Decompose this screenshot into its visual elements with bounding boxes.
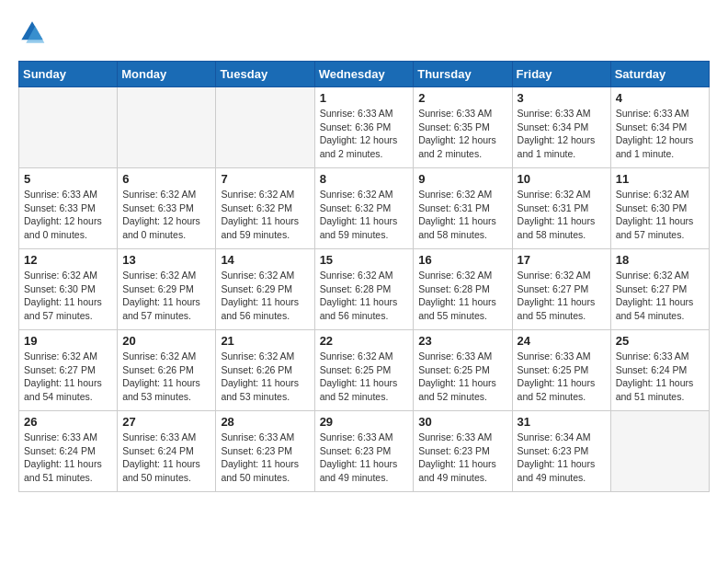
calendar-cell: 24Sunrise: 6:33 AM Sunset: 6:25 PM Dayli… — [512, 330, 610, 411]
day-info: Sunrise: 6:32 AM Sunset: 6:27 PM Dayligh… — [518, 269, 606, 323]
calendar-cell: 16Sunrise: 6:32 AM Sunset: 6:28 PM Dayli… — [414, 249, 512, 330]
calendar-cell: 13Sunrise: 6:32 AM Sunset: 6:29 PM Dayli… — [118, 249, 216, 330]
day-info: Sunrise: 6:33 AM Sunset: 6:24 PM Dayligh… — [122, 431, 210, 485]
day-number: 9 — [418, 172, 506, 186]
calendar-cell: 23Sunrise: 6:33 AM Sunset: 6:25 PM Dayli… — [414, 330, 512, 411]
day-number: 19 — [24, 334, 112, 348]
calendar-cell: 1Sunrise: 6:33 AM Sunset: 6:36 PM Daylig… — [314, 87, 414, 168]
calendar-cell: 8Sunrise: 6:32 AM Sunset: 6:32 PM Daylig… — [314, 168, 414, 249]
day-number: 24 — [518, 334, 606, 348]
calendar-header-row: SundayMondayTuesdayWednesdayThursdayFrid… — [19, 62, 710, 87]
calendar-cell: 15Sunrise: 6:32 AM Sunset: 6:28 PM Dayli… — [314, 249, 414, 330]
day-number: 11 — [616, 172, 704, 186]
calendar-cell: 4Sunrise: 6:33 AM Sunset: 6:34 PM Daylig… — [610, 87, 709, 168]
calendar-cell: 7Sunrise: 6:32 AM Sunset: 6:32 PM Daylig… — [216, 168, 314, 249]
day-number: 30 — [418, 415, 506, 429]
day-info: Sunrise: 6:32 AM Sunset: 6:31 PM Dayligh… — [518, 188, 606, 242]
calendar-cell: 10Sunrise: 6:32 AM Sunset: 6:31 PM Dayli… — [512, 168, 610, 249]
weekday-header: Tuesday — [216, 62, 314, 87]
calendar-week-row: 5Sunrise: 6:33 AM Sunset: 6:33 PM Daylig… — [19, 168, 710, 249]
day-info: Sunrise: 6:33 AM Sunset: 6:23 PM Dayligh… — [221, 431, 309, 485]
weekday-header: Sunday — [19, 62, 118, 87]
day-info: Sunrise: 6:33 AM Sunset: 6:24 PM Dayligh… — [616, 350, 704, 404]
day-number: 25 — [616, 334, 704, 348]
day-number: 27 — [122, 415, 210, 429]
day-number: 4 — [616, 91, 704, 105]
day-info: Sunrise: 6:32 AM Sunset: 6:30 PM Dayligh… — [616, 188, 704, 242]
logo-icon — [18, 18, 46, 46]
day-number: 2 — [418, 91, 506, 105]
day-info: Sunrise: 6:32 AM Sunset: 6:31 PM Dayligh… — [418, 188, 506, 242]
day-info: Sunrise: 6:32 AM Sunset: 6:26 PM Dayligh… — [122, 350, 210, 404]
calendar-cell: 17Sunrise: 6:32 AM Sunset: 6:27 PM Dayli… — [512, 249, 610, 330]
day-number: 28 — [221, 415, 309, 429]
day-info: Sunrise: 6:33 AM Sunset: 6:34 PM Dayligh… — [616, 107, 704, 161]
day-info: Sunrise: 6:33 AM Sunset: 6:35 PM Dayligh… — [418, 107, 506, 161]
calendar-cell: 11Sunrise: 6:32 AM Sunset: 6:30 PM Dayli… — [610, 168, 709, 249]
logo — [18, 18, 50, 46]
day-info: Sunrise: 6:33 AM Sunset: 6:33 PM Dayligh… — [24, 188, 112, 242]
day-info: Sunrise: 6:33 AM Sunset: 6:23 PM Dayligh… — [418, 431, 506, 485]
calendar-cell: 2Sunrise: 6:33 AM Sunset: 6:35 PM Daylig… — [414, 87, 512, 168]
day-number: 20 — [122, 334, 210, 348]
calendar-cell: 5Sunrise: 6:33 AM Sunset: 6:33 PM Daylig… — [19, 168, 118, 249]
day-info: Sunrise: 6:33 AM Sunset: 6:24 PM Dayligh… — [24, 431, 112, 485]
day-number: 7 — [221, 172, 309, 186]
day-number: 21 — [221, 334, 309, 348]
day-number: 22 — [320, 334, 409, 348]
day-info: Sunrise: 6:33 AM Sunset: 6:23 PM Dayligh… — [320, 431, 409, 485]
calendar-cell: 9Sunrise: 6:32 AM Sunset: 6:31 PM Daylig… — [414, 168, 512, 249]
weekday-header: Monday — [118, 62, 216, 87]
calendar-cell: 31Sunrise: 6:34 AM Sunset: 6:23 PM Dayli… — [512, 411, 610, 492]
day-number: 10 — [518, 172, 606, 186]
calendar-cell: 22Sunrise: 6:32 AM Sunset: 6:25 PM Dayli… — [314, 330, 414, 411]
day-number: 3 — [518, 91, 606, 105]
day-info: Sunrise: 6:32 AM Sunset: 6:32 PM Dayligh… — [320, 188, 409, 242]
calendar-cell: 27Sunrise: 6:33 AM Sunset: 6:24 PM Dayli… — [118, 411, 216, 492]
calendar-week-row: 12Sunrise: 6:32 AM Sunset: 6:30 PM Dayli… — [19, 249, 710, 330]
day-info: Sunrise: 6:32 AM Sunset: 6:28 PM Dayligh… — [418, 269, 506, 323]
calendar-cell — [610, 411, 709, 492]
day-info: Sunrise: 6:33 AM Sunset: 6:25 PM Dayligh… — [418, 350, 506, 404]
day-number: 8 — [320, 172, 409, 186]
day-info: Sunrise: 6:34 AM Sunset: 6:23 PM Dayligh… — [518, 431, 606, 485]
day-info: Sunrise: 6:32 AM Sunset: 6:30 PM Dayligh… — [24, 269, 112, 323]
day-number: 16 — [418, 253, 506, 267]
calendar-table: SundayMondayTuesdayWednesdayThursdayFrid… — [18, 61, 710, 492]
calendar-cell: 20Sunrise: 6:32 AM Sunset: 6:26 PM Dayli… — [118, 330, 216, 411]
calendar-cell: 6Sunrise: 6:32 AM Sunset: 6:33 PM Daylig… — [118, 168, 216, 249]
calendar-cell: 28Sunrise: 6:33 AM Sunset: 6:23 PM Dayli… — [216, 411, 314, 492]
calendar-cell: 26Sunrise: 6:33 AM Sunset: 6:24 PM Dayli… — [19, 411, 118, 492]
day-info: Sunrise: 6:32 AM Sunset: 6:27 PM Dayligh… — [616, 269, 704, 323]
weekday-header: Friday — [512, 62, 610, 87]
day-number: 17 — [518, 253, 606, 267]
day-info: Sunrise: 6:33 AM Sunset: 6:34 PM Dayligh… — [518, 107, 606, 161]
page-header — [18, 18, 710, 46]
day-number: 13 — [122, 253, 210, 267]
day-info: Sunrise: 6:32 AM Sunset: 6:28 PM Dayligh… — [320, 269, 409, 323]
calendar-cell: 12Sunrise: 6:32 AM Sunset: 6:30 PM Dayli… — [19, 249, 118, 330]
day-info: Sunrise: 6:32 AM Sunset: 6:26 PM Dayligh… — [221, 350, 309, 404]
calendar-cell: 30Sunrise: 6:33 AM Sunset: 6:23 PM Dayli… — [414, 411, 512, 492]
calendar-cell: 18Sunrise: 6:32 AM Sunset: 6:27 PM Dayli… — [610, 249, 709, 330]
weekday-header: Wednesday — [314, 62, 414, 87]
day-info: Sunrise: 6:33 AM Sunset: 6:36 PM Dayligh… — [320, 107, 409, 161]
day-info: Sunrise: 6:32 AM Sunset: 6:32 PM Dayligh… — [221, 188, 309, 242]
calendar-cell: 14Sunrise: 6:32 AM Sunset: 6:29 PM Dayli… — [216, 249, 314, 330]
weekday-header: Thursday — [414, 62, 512, 87]
calendar-cell: 25Sunrise: 6:33 AM Sunset: 6:24 PM Dayli… — [610, 330, 709, 411]
day-info: Sunrise: 6:32 AM Sunset: 6:29 PM Dayligh… — [221, 269, 309, 323]
calendar-cell: 3Sunrise: 6:33 AM Sunset: 6:34 PM Daylig… — [512, 87, 610, 168]
calendar-week-row: 19Sunrise: 6:32 AM Sunset: 6:27 PM Dayli… — [19, 330, 710, 411]
day-info: Sunrise: 6:32 AM Sunset: 6:25 PM Dayligh… — [320, 350, 409, 404]
calendar-cell: 21Sunrise: 6:32 AM Sunset: 6:26 PM Dayli… — [216, 330, 314, 411]
day-number: 18 — [616, 253, 704, 267]
day-info: Sunrise: 6:32 AM Sunset: 6:33 PM Dayligh… — [122, 188, 210, 242]
weekday-header: Saturday — [610, 62, 709, 87]
calendar-cell — [118, 87, 216, 168]
calendar-cell — [19, 87, 118, 168]
day-number: 23 — [418, 334, 506, 348]
day-info: Sunrise: 6:32 AM Sunset: 6:29 PM Dayligh… — [122, 269, 210, 323]
day-number: 14 — [221, 253, 309, 267]
day-number: 29 — [320, 415, 409, 429]
